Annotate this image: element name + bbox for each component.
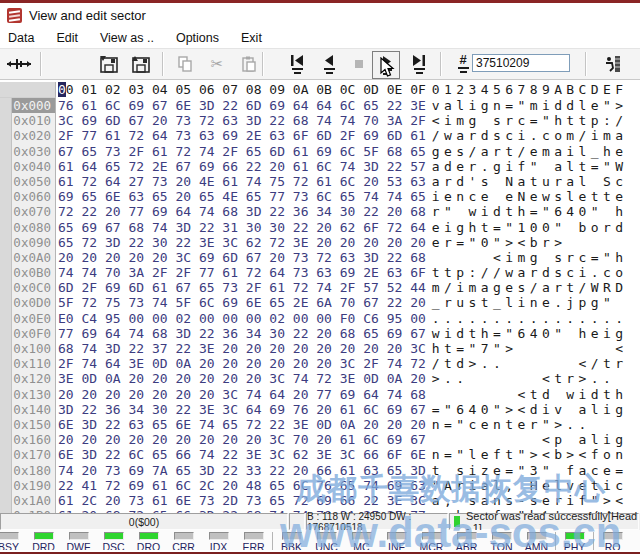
row-ascii-text[interactable]: <td width	[432, 387, 628, 402]
row-gutter-strip	[0, 295, 12, 310]
row-ascii-text[interactable]: ard's Natural Sc	[432, 174, 628, 189]
last-sector-button[interactable]	[406, 51, 432, 77]
row-address: 0x080	[12, 220, 56, 235]
row-ascii-text[interactable]: valign="middle">	[432, 98, 628, 113]
row-hex-bytes[interactable]: 6E 3D 22 63 65 6E 74 65 72 22 3E 0D 0A 2…	[58, 417, 426, 432]
flag-drq: DRQ	[131, 532, 166, 550]
flag-crr: CRR	[166, 532, 201, 550]
flag-label: DWF	[67, 541, 91, 550]
ascii-col-header: 0123456789ABCDEF	[432, 82, 628, 98]
row-hex-bytes[interactable]: 76 61 6C 69 67 6E 3D 22 6D 69 64 64 6C 6…	[58, 98, 426, 113]
paste-button[interactable]	[236, 51, 262, 77]
row-hex-bytes[interactable]: 74 20 73 69 7A 65 3D 22 33 22 20 66 61 6…	[58, 463, 426, 478]
row-ascii-text[interactable]: ges/art/email_he	[432, 144, 628, 159]
stop-button[interactable]	[346, 51, 372, 77]
row-ascii-text[interactable]: eight="100" bord	[432, 220, 628, 235]
row-hex-bytes[interactable]: 2F 74 64 3E 0D 0A 20 20 20 20 20 20 3C 2…	[58, 356, 426, 371]
hex-row: 0x0D05F 72 75 73 74 5F 6C 69 6E 65 2E 6A…	[0, 295, 640, 310]
copy-button[interactable]	[172, 51, 198, 77]
row-address: 0x050	[12, 174, 56, 189]
row-hex-bytes[interactable]: 2F 77 61 72 64 73 63 69 2E 63 6F 6D 2F 6…	[58, 128, 426, 143]
flag-group-divider	[272, 532, 273, 550]
row-hex-bytes[interactable]: 6E 3D 22 6C 65 66 74 22 3E 3C 62 3E 3C 6…	[58, 447, 426, 462]
row-hex-bytes[interactable]: 61 64 65 72 2E 67 69 66 22 20 61 6C 74 3…	[58, 159, 426, 174]
menu-data[interactable]: Data	[8, 29, 34, 47]
row-address: 0x090	[12, 235, 56, 250]
row-hex-bytes[interactable]: 6D 2F 69 6D 61 67 65 73 2F 61 72 74 2F 5…	[58, 280, 426, 295]
row-hex-bytes[interactable]: 69 65 6E 63 65 20 65 4E 65 77 73 6C 65 7…	[58, 189, 426, 204]
row-gutter-strip	[0, 341, 12, 356]
row-ascii-text[interactable]: <img src="h	[432, 250, 628, 265]
row-hex-bytes[interactable]: 68 74 3D 22 37 22 3E 20 20 20 20 20 20 2…	[58, 341, 426, 356]
row-hex-bytes[interactable]: 20 20 20 20 20 20 20 20 20 3C 70 20 61 6…	[58, 432, 426, 447]
read-sector-button[interactable]	[96, 51, 122, 77]
row-ascii-text[interactable]: ................	[432, 311, 628, 326]
stop-icon	[354, 59, 364, 69]
row-hex-bytes[interactable]: 74 74 70 3A 2F 2F 77 61 72 64 73 63 69 2…	[58, 265, 426, 280]
first-sector-button[interactable]	[284, 51, 310, 77]
flag-led	[209, 532, 229, 540]
row-ascii-text[interactable]: m/images/art/WRD	[432, 280, 628, 295]
write-sector-button[interactable]	[128, 51, 154, 77]
sector-number-input[interactable]	[472, 54, 570, 72]
row-ascii-text[interactable]: >.. <tr>..	[432, 371, 628, 386]
row-ascii-text[interactable]: /td>.. </tr	[432, 356, 628, 371]
row-hex-bytes[interactable]: 3D 22 36 34 30 22 3E 3C 64 69 76 20 61 6…	[58, 402, 426, 417]
status-message-panel: Sector was read successfully[Head - 1]	[449, 513, 639, 530]
row-ascii-text[interactable]: "Arial, Helvetic	[432, 478, 628, 493]
row-address: 0x0C0	[12, 280, 56, 295]
row-ascii-text[interactable]: ader.gif" alt="W	[432, 159, 628, 174]
sector-seek-button[interactable]	[6, 51, 32, 77]
row-hex-bytes[interactable]: 3E 0D 0A 20 20 20 20 20 20 3C 74 72 3E 0…	[58, 371, 426, 386]
row-address: 0x0B0	[12, 265, 56, 280]
first-sector-icon	[290, 54, 304, 67]
hex-row: 0x0202F 77 61 72 64 73 63 69 2E 63 6F 6D…	[0, 128, 640, 143]
row-ascii-text[interactable]: r" width="640" h	[432, 204, 628, 219]
row-hex-bytes[interactable]: 3C 69 6D 67 20 73 72 63 3D 22 68 74 74 7…	[58, 113, 426, 128]
row-hex-bytes[interactable]: 5F 72 75 73 74 5F 6C 69 6E 65 2E 6A 70 6…	[58, 295, 426, 310]
flag-label: IDX	[210, 541, 228, 550]
row-ascii-text[interactable]: ="640"><div alig	[432, 402, 628, 417]
row-ascii-text[interactable]: a, sans-serif"><	[432, 493, 628, 508]
menu-options[interactable]: Options	[176, 29, 219, 47]
row-hex-bytes[interactable]: 61 72 64 27 73 20 4E 61 74 75 72 61 6C 2…	[58, 174, 426, 189]
cut-button[interactable]: ✂	[204, 51, 230, 77]
previous-sector-button[interactable]	[316, 51, 342, 77]
flag-led	[139, 532, 159, 540]
row-hex-bytes[interactable]: E0 C4 95 00 00 02 00 00 00 02 00 00 F0 C…	[58, 311, 426, 326]
flag-label: DRD	[32, 541, 55, 550]
row-ascii-text[interactable]: width="640" heig	[432, 326, 628, 341]
menu-exit[interactable]: Exit	[241, 29, 262, 47]
row-ascii-text[interactable]: <img src="http:/	[432, 113, 628, 128]
row-ascii-text[interactable]: t size="3" face=	[432, 463, 628, 478]
hex-row: 0x05061 72 64 27 73 20 4E 61 74 75 72 61…	[0, 174, 640, 189]
copy-icon	[177, 56, 193, 72]
row-hex-bytes[interactable]: 67 65 73 2F 61 72 74 2F 65 6D 61 69 6C 5…	[58, 144, 426, 159]
row-ascii-text[interactable]: <p alig	[432, 432, 628, 447]
flag-led	[104, 532, 124, 540]
row-ascii-text[interactable]: ht="7"> <	[432, 341, 628, 356]
row-hex-bytes[interactable]: 65 69 67 68 74 3D 22 31 30 30 22 20 62 6…	[58, 220, 426, 235]
row-hex-bytes[interactable]: 22 41 72 69 61 6C 2C 20 48 65 6C 76 65 7…	[58, 478, 426, 493]
hex-row: 0x1A061 2C 20 73 61 6E 73 2D 73 65 72 69…	[0, 493, 640, 508]
row-gutter-strip	[0, 432, 12, 447]
menu-edit[interactable]: Edit	[56, 29, 78, 47]
flag-dwf: DWF	[61, 532, 96, 550]
row-ascii-text[interactable]: /wardsci.com/ima	[432, 128, 628, 143]
hex-row: 0x1706E 3D 22 6C 65 66 74 22 3E 3C 62 3E…	[0, 447, 640, 462]
row-hex-bytes[interactable]: 77 69 64 74 68 3D 22 36 34 30 22 20 68 6…	[58, 326, 426, 341]
row-hex-bytes[interactable]: 72 22 20 77 69 64 74 68 3D 22 36 34 30 2…	[58, 204, 426, 219]
row-ascii-text[interactable]: _rust_line.jpg"	[432, 295, 628, 310]
row-hex-bytes[interactable]: 20 20 20 20 20 20 20 3C 74 64 20 77 69 6…	[58, 387, 426, 402]
row-hex-bytes[interactable]: 20 20 20 20 20 3C 69 6D 67 20 73 72 63 3…	[58, 250, 426, 265]
row-ascii-text[interactable]: ttp://wardsci.co	[432, 265, 628, 280]
row-hex-bytes[interactable]: 65 72 3D 22 30 22 3E 3C 62 72 3E 20 20 2…	[58, 235, 426, 250]
flag-led	[282, 532, 302, 540]
row-ascii-text[interactable]: er="0"><br>	[432, 235, 628, 250]
row-ascii-text[interactable]: ience eNewslette	[432, 189, 628, 204]
menu-view-as[interactable]: View as ..	[100, 29, 154, 47]
row-ascii-text[interactable]: n="left"><b><fon	[432, 447, 628, 462]
row-ascii-text[interactable]: n="center">..	[432, 417, 628, 432]
exit-button[interactable]	[600, 51, 626, 77]
row-hex-bytes[interactable]: 61 2C 20 73 61 6E 73 2D 73 65 72 69 66 2…	[58, 493, 426, 508]
